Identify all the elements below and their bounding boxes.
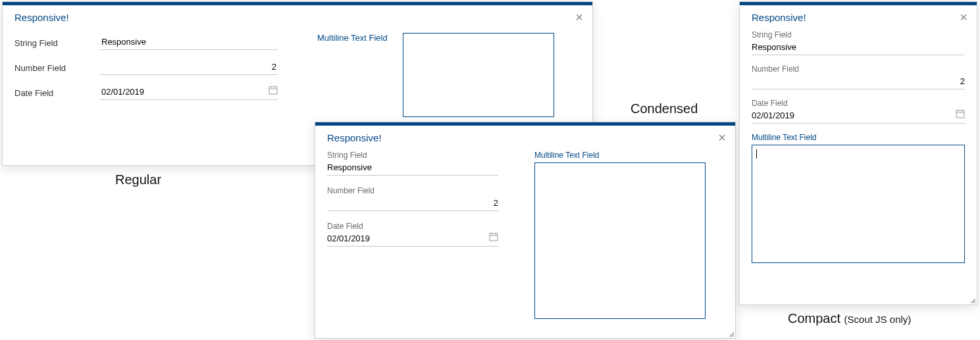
dialog-header: Responsive! × (740, 5, 977, 26)
field-group-multiline: Multiline Text Field (534, 151, 723, 319)
number-field-input[interactable]: 2 (100, 61, 278, 75)
date-field-label: Date Field (14, 88, 100, 98)
field-group-number: Number Field 2 (327, 186, 498, 211)
calendar-icon[interactable] (269, 85, 278, 95)
date-field-input[interactable]: 02/01/2019 (100, 85, 278, 100)
field-row-string: String Field Responsive (14, 30, 278, 55)
close-icon[interactable]: × (718, 131, 726, 144)
date-field-label: Date Field (327, 222, 498, 231)
dialog-condensed: Responsive! × String Field Responsive Nu… (315, 122, 736, 339)
svg-rect-4 (490, 233, 498, 241)
text-cursor-icon (756, 149, 757, 158)
multiline-field-label: Multiline Text Field (317, 33, 403, 117)
field-group-number: Number Field 2 (752, 64, 965, 89)
date-field-value: 02/01/2019 (752, 110, 794, 120)
caption-regular: Regular (115, 172, 161, 187)
resize-handle-icon[interactable] (969, 297, 975, 303)
dialog-compact: Responsive! × String Field Responsive Nu… (739, 1, 977, 305)
multiline-field-label: Multiline Text Field (752, 133, 965, 142)
string-field-label: String Field (752, 30, 965, 39)
caption-compact-note: (Scout JS only) (844, 314, 912, 325)
caption-compact-main: Compact (788, 311, 840, 326)
field-group-date: Date Field 02/01/2019 (327, 222, 498, 247)
close-icon[interactable]: × (960, 11, 967, 24)
dialog-header: Responsive! × (3, 5, 592, 26)
field-group-multiline: Multiline Text Field (752, 133, 965, 263)
svg-rect-8 (956, 110, 964, 118)
dialog-body-condensed: String Field Responsive Number Field 2 D… (315, 147, 735, 328)
calendar-icon[interactable] (489, 232, 498, 241)
number-field-label: Number Field (752, 64, 965, 74)
close-icon[interactable]: × (575, 11, 583, 24)
field-row-multiline: Multiline Text Field (317, 30, 580, 117)
caption-condensed: Condensed (631, 101, 698, 116)
field-row-number: Number Field 2 (14, 55, 278, 80)
number-field-label: Number Field (14, 63, 100, 73)
svg-rect-0 (269, 87, 277, 94)
string-field-input[interactable]: Responsive (752, 41, 965, 55)
date-field-value: 02/01/2019 (327, 233, 370, 243)
string-field-label: String Field (327, 151, 498, 160)
caption-compact: Compact (Scout JS only) (788, 311, 911, 326)
multiline-field-input[interactable] (403, 33, 554, 117)
dialog-title: Responsive! (14, 12, 69, 23)
dialog-header: Responsive! × (315, 126, 735, 147)
number-field-input[interactable]: 2 (327, 197, 498, 211)
dialog-title: Responsive! (752, 12, 806, 23)
field-group-date: Date Field 02/01/2019 (752, 99, 965, 124)
date-field-value: 02/01/2019 (101, 87, 144, 97)
string-field-label: String Field (14, 38, 100, 48)
multiline-field-input[interactable] (752, 145, 965, 263)
multiline-field-label: Multiline Text Field (534, 151, 723, 160)
string-field-input[interactable]: Responsive (100, 36, 278, 50)
number-field-input[interactable]: 2 (752, 75, 965, 89)
dialog-body-compact: String Field Responsive Number Field 2 D… (740, 26, 977, 272)
number-field-label: Number Field (327, 186, 498, 195)
resize-handle-icon[interactable] (727, 330, 734, 337)
date-field-input[interactable]: 02/01/2019 (752, 109, 965, 124)
date-field-label: Date Field (752, 99, 965, 108)
field-group-string: String Field Responsive (327, 151, 498, 176)
field-row-date: Date Field 02/01/2019 (14, 80, 278, 105)
date-field-input[interactable]: 02/01/2019 (327, 232, 498, 247)
dialog-body-regular: String Field Responsive Number Field 2 D… (3, 26, 592, 126)
multiline-field-input[interactable] (534, 162, 706, 319)
calendar-icon[interactable] (956, 109, 965, 118)
string-field-input[interactable]: Responsive (327, 161, 498, 176)
field-group-string: String Field Responsive (752, 30, 965, 55)
dialog-title: Responsive! (327, 132, 382, 143)
